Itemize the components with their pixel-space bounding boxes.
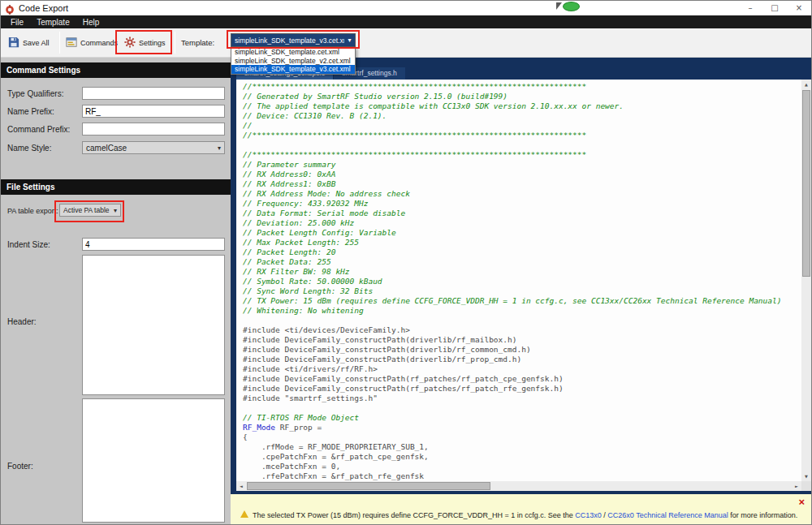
code-export-window: Code Export – □ × File Template Help Sav… xyxy=(0,0,812,525)
scroll-right-icon[interactable]: ► xyxy=(792,481,801,491)
horizontal-scrollbar[interactable]: ◄ ► xyxy=(236,481,801,491)
code-line: // Packet Data: 255 xyxy=(243,257,801,267)
chevron-down-icon: ▾ xyxy=(344,37,355,44)
name-prefix-label: Name Prefix: xyxy=(7,107,54,116)
code-line: #include "smartrf_settings.h" xyxy=(243,394,801,403)
cc13x0-link[interactable]: CC13x0 xyxy=(575,511,602,519)
template-dropdown-list: simpleLink_SDK_template.cet.xmlsimpleLin… xyxy=(231,47,356,75)
name-style-select[interactable]: camelCase ▾ xyxy=(82,141,225,154)
commands-icon xyxy=(66,37,77,49)
menu-help[interactable]: Help xyxy=(76,18,106,27)
code-line: // Packet Length Config: Variable xyxy=(243,228,801,238)
scroll-down-icon[interactable]: ▼ xyxy=(801,471,811,481)
code-line: // The applied template is compatible wi… xyxy=(243,101,801,111)
code-line: // Max Packet Length: 255 xyxy=(243,238,801,247)
window-controls: – □ × xyxy=(738,1,811,15)
menu-file[interactable]: File xyxy=(4,18,30,27)
code-line: // Symbol Rate: 50.00000 kBaud xyxy=(243,277,801,286)
minimize-button[interactable]: – xyxy=(738,1,762,15)
code-line: // RX Address0: 0xAA xyxy=(243,170,801,179)
file-settings-header: File Settings xyxy=(1,179,231,195)
save-all-button[interactable]: Save All xyxy=(5,28,53,57)
code-line: .rfePatchFxn = &rf_patch_rfe_genfsk xyxy=(243,471,801,481)
name-style-label: Name Style: xyxy=(7,144,51,153)
scrollbar-corner xyxy=(801,481,811,491)
code-line: #include DeviceFamily_constructPath(driv… xyxy=(243,335,801,345)
template-option[interactable]: simpleLink_SDK_template_v2.cet.xml xyxy=(231,57,355,66)
code-line: // xyxy=(243,121,801,131)
code-line: .mcePatchFxn = 0, xyxy=(243,462,801,471)
code-panel: smartrf_settings_50kbps.csmartrf_setting… xyxy=(231,58,812,494)
settings-label: Settings xyxy=(139,39,166,47)
header-label: Header: xyxy=(7,317,37,326)
vertical-scrollbar[interactable]: ▲ ▼ xyxy=(801,80,811,481)
header-textarea[interactable] xyxy=(82,255,225,395)
code-line: // Packet Length: 20 xyxy=(243,247,801,257)
scroll-left-icon[interactable]: ◄ xyxy=(236,481,246,491)
code-line: // Device: CC1310 Rev. B (2.1). xyxy=(243,111,801,121)
code-line: #include DeviceFamily_constructPath(rf_p… xyxy=(243,374,801,384)
code-line: #include DeviceFamily_constructPath(driv… xyxy=(243,345,801,355)
code-line: #include DeviceFamily_constructPath(rf_p… xyxy=(243,384,801,394)
type-qualifiers-input[interactable] xyxy=(82,87,225,100)
notification-message: The selected TX Power (15 dBm) requires … xyxy=(240,510,797,519)
code-line: //**************************************… xyxy=(243,131,801,140)
pa-table-export-value: Active PA table xyxy=(60,206,110,214)
menubar: File Template Help xyxy=(1,15,811,28)
menu-template[interactable]: Template xyxy=(30,18,76,27)
chevron-down-icon: ▾ xyxy=(214,144,224,152)
save-icon xyxy=(8,37,19,49)
code-line: #include <ti/drivers/rf/RF.h> xyxy=(243,364,801,374)
name-style-value: camelCase xyxy=(83,144,214,153)
vertical-scrollbar-thumb[interactable] xyxy=(802,90,810,277)
code-line: { xyxy=(243,432,801,442)
settings-button[interactable]: Settings xyxy=(121,28,169,57)
green-indicator xyxy=(563,2,580,11)
template-option[interactable]: simpleLink_SDK_template_v3.cet.xml xyxy=(231,65,355,74)
toolbar: Save All Commands xyxy=(1,28,811,58)
code-content: //**************************************… xyxy=(236,80,801,481)
code-line: #include <ti/devices/DeviceFamily.h> xyxy=(243,325,801,335)
app-icon xyxy=(5,3,15,13)
type-qualifiers-label: Type Qualifiers: xyxy=(7,89,63,98)
code-line: // Frequency: 433.92032 MHz xyxy=(243,199,801,209)
maximize-button[interactable]: □ xyxy=(762,1,787,15)
toolbar-separator xyxy=(175,32,175,54)
command-prefix-input[interactable] xyxy=(82,123,225,136)
cursor-icon xyxy=(556,2,562,10)
code-editor[interactable]: //**************************************… xyxy=(236,80,801,481)
code-line: //**************************************… xyxy=(243,150,801,160)
name-prefix-input[interactable] xyxy=(82,105,225,118)
code-line: // Parameter summary xyxy=(243,160,801,170)
scroll-up-icon[interactable]: ▲ xyxy=(801,80,811,89)
notification-text-before: The selected TX Power (15 dBm) requires … xyxy=(253,511,575,519)
code-line: RF_Mode RF_prop = xyxy=(243,423,801,432)
notification-close-button[interactable]: × xyxy=(798,496,805,508)
code-line: // Sync Word Length: 32 Bits xyxy=(243,286,801,296)
cc26x0-link[interactable]: CC26x0 Technical Reference Manual xyxy=(607,511,728,519)
close-button[interactable]: × xyxy=(787,1,811,15)
chevron-down-icon: ▾ xyxy=(110,207,120,214)
code-line: .cpePatchFxn = &rf_patch_cpe_genfsk, xyxy=(243,452,801,462)
indent-size-label: Indent Size: xyxy=(7,240,50,249)
code-line: //**************************************… xyxy=(243,82,801,92)
template-dropdown[interactable]: simpleLink_SDK_template_v3.cet.xml ▾ xyxy=(231,33,356,47)
code-line: // TX Power: 15 dBm (requires define CCF… xyxy=(243,296,801,306)
code-line: // Whitening: No whitening xyxy=(243,306,801,316)
code-line: // Deviation: 25.000 kHz xyxy=(243,218,801,228)
toolbar-separator xyxy=(59,32,60,54)
command-prefix-label: Command Prefix: xyxy=(7,125,70,134)
template-label: Template: xyxy=(181,28,214,57)
titlebar: Code Export – □ × xyxy=(1,1,811,15)
settings-panel: Command Settings Type Qualifiers: Name P… xyxy=(1,58,231,525)
template-option[interactable]: simpleLink_SDK_template.cet.xml xyxy=(231,48,355,57)
indent-size-input[interactable] xyxy=(82,238,225,251)
template-dropdown-value: simpleLink_SDK_template_v3.cet.xml xyxy=(231,37,344,45)
pa-table-export-label: PA table export: xyxy=(7,207,58,215)
settings-gear-icon xyxy=(124,37,136,49)
footer-textarea[interactable] xyxy=(82,398,225,523)
commands-button[interactable]: Commands xyxy=(63,28,121,57)
horizontal-scrollbar-thumb[interactable] xyxy=(247,482,490,490)
pa-table-export-select[interactable]: Active PA table ▾ xyxy=(59,204,121,217)
code-line: // RX Filter BW: 98 kHz xyxy=(243,267,801,277)
